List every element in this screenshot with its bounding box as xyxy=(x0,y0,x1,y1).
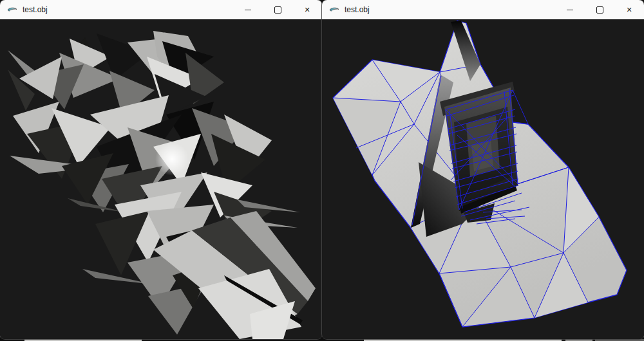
minimize-icon xyxy=(245,10,251,10)
viewer-window-right: test.obj ✕ xyxy=(322,0,644,339)
window-controls: ✕ xyxy=(233,0,322,19)
window-title: test.obj xyxy=(23,5,233,14)
maximize-button[interactable] xyxy=(585,0,614,19)
app-icon xyxy=(329,5,339,15)
app-icon xyxy=(7,5,17,15)
maximize-button[interactable] xyxy=(263,0,292,19)
gl-viewport-left[interactable] xyxy=(0,19,322,339)
maximize-icon xyxy=(596,6,603,14)
minimize-button[interactable] xyxy=(233,0,263,19)
titlebar[interactable]: test.obj ✕ xyxy=(322,0,644,19)
maximize-icon xyxy=(274,6,281,14)
close-icon: ✕ xyxy=(304,6,310,14)
gl-viewport-right[interactable] xyxy=(322,19,644,339)
close-button[interactable]: ✕ xyxy=(614,0,644,19)
mesh-render-wireframe xyxy=(322,19,644,339)
mesh-render-shaded xyxy=(0,19,322,339)
minimize-icon xyxy=(567,10,573,10)
viewer-window-left: test.obj ✕ xyxy=(0,0,322,339)
close-icon: ✕ xyxy=(626,6,632,14)
window-title: test.obj xyxy=(345,5,555,14)
minimize-button[interactable] xyxy=(555,0,585,19)
close-button[interactable]: ✕ xyxy=(292,0,322,19)
window-controls: ✕ xyxy=(555,0,644,19)
titlebar[interactable]: test.obj ✕ xyxy=(0,0,322,19)
